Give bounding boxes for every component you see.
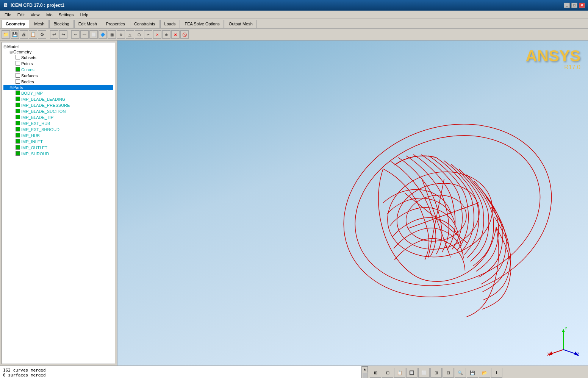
close-button[interactable]: ✕ xyxy=(579,3,585,8)
tab-feasolve[interactable]: FEA Solve Options xyxy=(181,20,224,28)
toolbar-btn-4[interactable]: 📋 xyxy=(29,30,37,39)
tree-checkbox-5[interactable] xyxy=(16,73,20,78)
tree-checkbox-2[interactable] xyxy=(16,55,20,59)
tree-item-17[interactable]: IMP_OUTLET xyxy=(3,145,113,151)
tree-checkbox-17[interactable] xyxy=(16,145,20,150)
menu-help[interactable]: Help xyxy=(77,12,91,18)
toolbar-btn-1[interactable]: 📁 xyxy=(2,30,10,39)
toolbar-geo-11[interactable]: ⊕ xyxy=(162,30,170,39)
rt-btn-8[interactable]: 🔍 xyxy=(455,368,466,378)
rt-btn-4[interactable]: 🔲 xyxy=(406,368,418,378)
tree-item-5[interactable]: Surfaces xyxy=(3,73,113,79)
tree-item-13[interactable]: IMP_EXT_HUB xyxy=(3,120,113,127)
toolbar-btn-undo[interactable]: ↩ xyxy=(50,30,58,39)
menu-settings[interactable]: Settings xyxy=(56,12,77,18)
app-icon: 🖥 xyxy=(3,2,8,8)
rt-btn-10[interactable]: 📂 xyxy=(479,368,490,378)
scroll-up-button[interactable]: ▲ xyxy=(362,366,368,372)
rt-btn-5[interactable]: ⬜ xyxy=(418,368,430,378)
toolbar-geo-6[interactable]: ⊗ xyxy=(117,30,125,39)
svg-line-15 xyxy=(563,350,577,354)
tree-item-12[interactable]: IMP_BLADE_TIP xyxy=(3,114,113,120)
menu-view[interactable]: View xyxy=(28,12,43,18)
rt-btn-11[interactable]: ℹ xyxy=(491,368,502,378)
minimize-button[interactable]: _ xyxy=(564,3,570,8)
toolbar-geo-4[interactable]: 🔷 xyxy=(99,30,107,39)
tree-checkbox-16[interactable] xyxy=(16,139,20,144)
bottom-area: 162 curves merged 0 surfaces merged Buil… xyxy=(0,366,588,378)
tab-constraints[interactable]: Constraints xyxy=(130,20,160,28)
toolbar-geo-7[interactable]: △ xyxy=(126,30,134,39)
menu-bar: File Edit View Info Settings Help xyxy=(0,11,588,19)
console-scrollbar[interactable]: ▲ ▼ xyxy=(361,366,368,378)
tree-item-4[interactable]: Curves xyxy=(3,67,113,73)
tree-checkbox-9[interactable] xyxy=(16,97,20,101)
rt-btn-2[interactable]: ⊟ xyxy=(382,368,393,378)
rt-btn-9[interactable]: 💾 xyxy=(467,368,478,378)
toolbar-geo-13[interactable]: 🚫 xyxy=(180,30,189,39)
toolbar-btn-2[interactable]: 💾 xyxy=(11,30,19,39)
tree-checkbox-10[interactable] xyxy=(16,103,20,107)
tree-item-18[interactable]: IMP_SHROUD xyxy=(3,151,113,157)
rt-btn-7[interactable]: ⊡ xyxy=(443,368,454,378)
viewport[interactable]: ANSYS R17.0 xyxy=(117,41,588,366)
tree-item-9[interactable]: IMP_BLADE_LEADING xyxy=(3,96,113,102)
tab-editmesh[interactable]: Edit Mesh xyxy=(74,20,101,28)
title-text: ICEM CFD 17.0 : project1 xyxy=(11,3,64,8)
tree-label-5: Surfaces xyxy=(21,73,38,78)
toolbar-btn-redo[interactable]: ↪ xyxy=(59,30,67,39)
tree-item-3[interactable]: Points xyxy=(3,61,113,67)
tree-item-15[interactable]: IMP_HUB xyxy=(3,133,113,139)
tree-checkbox-13[interactable] xyxy=(16,121,20,125)
tree-item-8[interactable]: BODY_IMP xyxy=(3,90,113,96)
maximize-button[interactable]: □ xyxy=(571,3,577,8)
tree-checkbox-14[interactable] xyxy=(16,127,20,131)
tree-checkbox-8[interactable] xyxy=(16,91,20,95)
toolbar-geo-12[interactable]: ✖ xyxy=(171,30,180,39)
toolbar-geo-8[interactable]: ⬡ xyxy=(135,30,143,39)
tree-item-14[interactable]: IMP_EXT_SHROUD xyxy=(3,127,113,133)
tree-label-17: IMP_OUTLET xyxy=(21,145,47,150)
tree-item-10[interactable]: IMP_BLADE_PRESSURE xyxy=(3,102,113,108)
svg-text:Y: Y xyxy=(565,327,568,331)
right-toolbar-panel: ⊞ ⊟ 📋 🔲 ⬜ ⊞ ⊡ 🔍 💾 📂 ℹ xyxy=(368,366,588,378)
tab-geometry[interactable]: Geometry xyxy=(2,20,29,28)
tab-mesh[interactable]: Mesh xyxy=(30,20,48,28)
tree-checkbox-3[interactable] xyxy=(16,61,20,66)
tree-checkbox-4[interactable] xyxy=(16,67,20,72)
tree-item-7[interactable]: ⊞Parts xyxy=(3,85,113,90)
toolbar-geo-10[interactable]: ✕ xyxy=(153,30,161,39)
toolbar-btn-5[interactable]: ⚙ xyxy=(38,30,46,39)
tree-item-16[interactable]: IMP_INLET xyxy=(3,139,113,145)
tree-checkbox-11[interactable] xyxy=(16,109,20,113)
title-bar-controls[interactable]: _ □ ✕ xyxy=(564,3,585,8)
toolbar-geo-3[interactable]: ⬜ xyxy=(89,30,98,39)
menu-file[interactable]: File xyxy=(2,12,14,18)
tree-item-6[interactable]: Bodies xyxy=(3,79,113,85)
tab-loads[interactable]: Loads xyxy=(160,20,180,28)
scroll-thumb[interactable] xyxy=(363,373,367,378)
tab-properties[interactable]: Properties xyxy=(102,20,129,28)
rt-btn-1[interactable]: ⊞ xyxy=(370,368,381,378)
toolbar-btn-3[interactable]: 🖨 xyxy=(20,30,28,39)
tab-outputmesh[interactable]: Output Mesh xyxy=(225,20,257,28)
tab-blocking[interactable]: Blocking xyxy=(49,20,74,28)
tree-checkbox-12[interactable] xyxy=(16,115,20,119)
rt-btn-6[interactable]: ⊞ xyxy=(430,368,442,378)
tree-item-2[interactable]: Subsets xyxy=(3,55,113,61)
tree-checkbox-6[interactable] xyxy=(16,79,20,84)
tree-item-1[interactable]: ⊞Geometry xyxy=(3,49,113,55)
tree-item-0[interactable]: ⊞Model xyxy=(3,44,113,49)
menu-edit[interactable]: Edit xyxy=(14,12,28,18)
menu-info[interactable]: Info xyxy=(42,12,55,18)
toolbar-geo-2[interactable]: 〰 xyxy=(80,30,89,39)
toolbar-geo-5[interactable]: ▦ xyxy=(108,30,116,39)
tree-item-11[interactable]: IMP_BLADE_SUCTION xyxy=(3,108,113,114)
tree-checkbox-18[interactable] xyxy=(16,151,20,156)
tree-label-3: Points xyxy=(21,61,33,66)
toolbar-geo-1[interactable]: ✏ xyxy=(71,30,80,39)
rt-btn-3[interactable]: 📋 xyxy=(394,368,405,378)
toolbar-geo-9[interactable]: ✂ xyxy=(144,30,152,39)
console-line-2: 0 surfaces merged xyxy=(3,373,358,378)
tree-checkbox-15[interactable] xyxy=(16,133,20,137)
